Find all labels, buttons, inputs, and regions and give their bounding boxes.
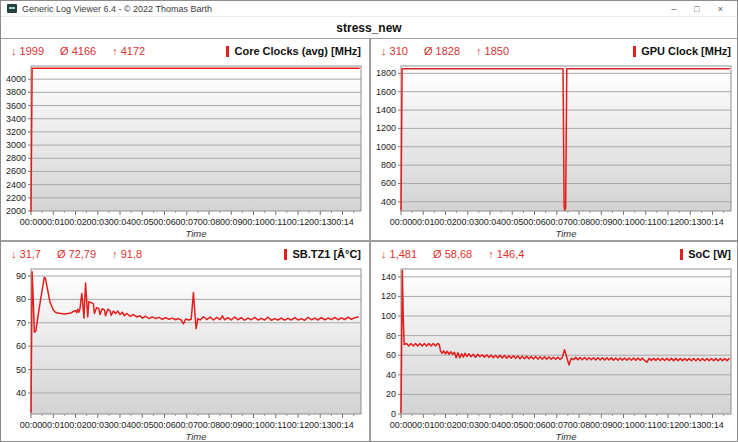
legend-color-bar: [226, 46, 229, 57]
y-tick-label: 1200: [376, 123, 396, 133]
y-tick-label: 1400: [376, 105, 396, 115]
x-tick-label: 00:07: [546, 217, 569, 227]
x-tick-label: 00:02: [64, 420, 87, 430]
x-tick-label: 00:00: [20, 420, 43, 430]
chart-title-text: SB.TZ1 [Â°C]: [292, 248, 361, 260]
stat-max: ↑ 146,4: [488, 248, 524, 260]
x-tick-label: 00:11: [635, 420, 657, 430]
x-tick-label: 00:13: [679, 420, 702, 430]
x-tick-label: 00:05: [131, 217, 154, 227]
line-chart-core-clocks: 2000220024002600280030003200340036003800…: [1, 61, 369, 240]
stat-min: ↓ 31,7: [11, 248, 41, 260]
stat-avg: Ø 58,68: [433, 248, 472, 260]
x-axis-label: Time: [185, 228, 206, 239]
x-tick-label: 00:12: [287, 217, 310, 227]
chart-title: SoC [W]: [680, 248, 731, 260]
y-tick-label: 3400: [6, 114, 26, 124]
x-tick-label: 00:08: [198, 217, 221, 227]
x-tick-label: 00:03: [86, 420, 109, 430]
x-tick-label: 00:01: [412, 217, 435, 227]
plot-area: [31, 66, 361, 211]
y-tick-label: 1600: [376, 87, 396, 97]
window-title: Generic Log Viewer 6.4 - © 2022 Thomas B…: [22, 4, 671, 14]
x-tick-label: 00:14: [331, 420, 354, 430]
y-tick-label: 40: [16, 388, 26, 398]
x-tick-label: 00:00: [390, 217, 413, 227]
y-tick-label: 80: [16, 294, 26, 304]
x-tick-label: 00:06: [153, 217, 176, 227]
chart-panel-soc: ↓ 1,481 Ø 58,68 ↑ 146,4 SoC [W] 02040608…: [371, 242, 738, 442]
y-tick-label: 2200: [6, 193, 26, 203]
x-tick-label: 00:08: [568, 420, 591, 430]
y-tick-label: 70: [16, 318, 26, 328]
stat-avg: Ø 4166: [60, 45, 96, 57]
x-tick-label: 00:14: [701, 420, 724, 430]
y-tick-label: 20: [386, 389, 396, 399]
chart-panel-core-clocks: ↓ 1999 Ø 4166 ↑ 4172 Core Clocks (avg) […: [1, 39, 369, 240]
stat-avg: Ø 1828: [424, 45, 460, 57]
title-bar: Generic Log Viewer 6.4 - © 2022 Thomas B…: [1, 1, 737, 17]
chart-title: Core Clocks (avg) [MHz]: [226, 45, 361, 57]
x-tick-label: 00:02: [64, 217, 87, 227]
x-axis-label: Time: [555, 228, 576, 239]
x-tick-label: 00:03: [456, 420, 479, 430]
x-axis-label: Time: [555, 431, 576, 442]
x-tick-label: 00:10: [242, 217, 265, 227]
y-tick-label: 2000: [6, 206, 26, 216]
x-tick-label: 00:10: [612, 420, 635, 430]
document-title: stress_new: [1, 17, 737, 39]
y-tick-label: 2600: [6, 166, 26, 176]
x-tick-label: 00:09: [220, 420, 243, 430]
x-tick-label: 00:05: [501, 420, 524, 430]
x-tick-label: 00:04: [109, 217, 132, 227]
x-tick-label: 00:08: [568, 217, 591, 227]
chart-grid: ↓ 1999 Ø 4166 ↑ 4172 Core Clocks (avg) […: [1, 39, 737, 442]
y-tick-label: 3200: [6, 127, 26, 137]
y-tick-label: 600: [381, 178, 396, 188]
chart-header: ↓ 1,481 Ø 58,68 ↑ 146,4 SoC [W]: [371, 242, 738, 264]
x-tick-label: 00:08: [198, 420, 221, 430]
x-tick-label: 00:04: [109, 420, 132, 430]
chart-stats: ↓ 31,7 Ø 72,79 ↑ 91,8: [11, 248, 142, 260]
y-tick-label: 3000: [6, 140, 26, 150]
minimize-button[interactable]: –: [671, 2, 676, 16]
x-tick-label: 00:05: [501, 217, 524, 227]
x-tick-label: 00:03: [86, 217, 109, 227]
y-tick-label: 3600: [6, 101, 26, 111]
chart-stats: ↓ 1,481 Ø 58,68 ↑ 146,4: [381, 248, 524, 260]
stat-min: ↓ 1999: [11, 45, 44, 57]
y-tick-label: 60: [386, 350, 396, 360]
y-tick-label: 800: [381, 160, 396, 170]
stat-avg: Ø 72,79: [57, 248, 96, 260]
y-tick-label: 60: [16, 341, 26, 351]
x-tick-label: 00:13: [309, 217, 332, 227]
x-tick-label: 00:12: [657, 420, 680, 430]
chart-stats: ↓ 310 Ø 1828 ↑ 1850: [381, 45, 509, 57]
x-tick-label: 00:01: [412, 420, 435, 430]
y-tick-label: 120: [381, 291, 396, 301]
x-tick-label: 00:13: [309, 420, 332, 430]
x-tick-label: 00:11: [265, 420, 287, 430]
maximize-button[interactable]: □: [694, 2, 699, 16]
stat-max: ↑ 1850: [476, 45, 509, 57]
line-chart-sb-tz1: 40506070809000:0000:0100:0200:0300:0400:…: [1, 264, 369, 442]
x-tick-label: 00:01: [42, 420, 65, 430]
x-tick-label: 00:02: [434, 420, 457, 430]
chart-title-text: SoC [W]: [688, 248, 731, 260]
x-tick-label: 00:12: [287, 420, 310, 430]
x-axis-label: Time: [185, 431, 206, 442]
x-tick-label: 00:07: [176, 217, 199, 227]
plot-area: [401, 269, 731, 414]
stat-max: ↑ 4172: [112, 45, 145, 57]
x-tick-label: 00:10: [242, 420, 265, 430]
stat-min: ↓ 310: [381, 45, 408, 57]
stat-max: ↑ 91,8: [112, 248, 142, 260]
x-tick-label: 00:09: [220, 217, 243, 227]
y-tick-label: 4000: [6, 74, 26, 84]
legend-color-bar: [633, 46, 636, 57]
line-chart-gpu-clock: 4006008001000120014001600180000:0000:010…: [371, 61, 738, 240]
y-tick-label: 100: [381, 311, 396, 321]
y-tick-label: 0: [391, 409, 396, 419]
close-button[interactable]: ×: [718, 2, 723, 16]
y-tick-label: 1800: [376, 68, 396, 78]
